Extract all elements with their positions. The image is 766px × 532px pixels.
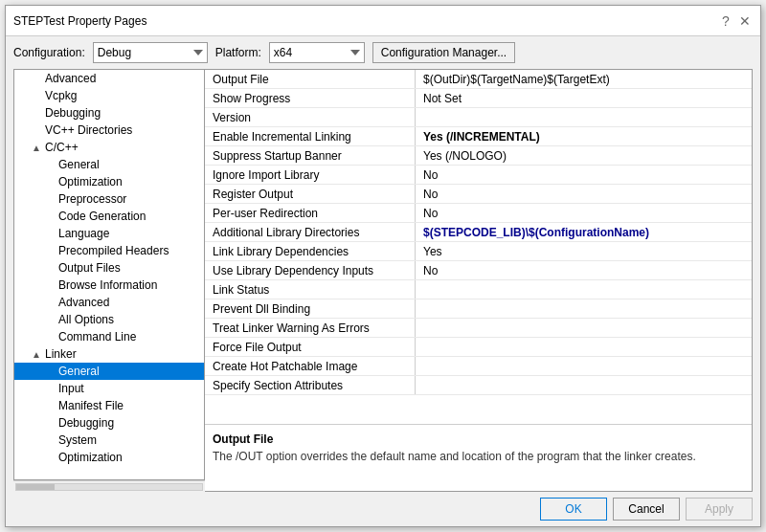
prop-value: Not Set	[416, 89, 752, 107]
config-label: Configuration:	[13, 46, 85, 59]
tree-item-label: Advanced	[58, 296, 109, 309]
tree-item-optimization[interactable]: Optimization	[14, 173, 204, 190]
close-button[interactable]: ✕	[737, 13, 753, 29]
property-pages-dialog: STEPTest Property Pages ? ✕ Configuratio…	[5, 5, 761, 527]
prop-name: Per-user Redirection	[205, 204, 416, 222]
tree-item-browse-info[interactable]: Browse Information	[14, 277, 204, 294]
table-row[interactable]: Specify Section Attributes	[205, 376, 752, 395]
prop-name: Force File Output	[205, 338, 416, 356]
tree-item-label: Manifest File	[58, 399, 124, 412]
prop-name: Treat Linker Warning As Errors	[205, 319, 416, 337]
cancel-button[interactable]: Cancel	[613, 498, 680, 521]
prop-value: Yes (/INCREMENTAL)	[416, 127, 752, 145]
tree-item-linker[interactable]: ▲Linker	[14, 345, 204, 363]
tree-item-advanced[interactable]: Advanced	[14, 70, 204, 87]
table-row[interactable]: Additional Library Directories$(STEPCODE…	[205, 223, 752, 242]
tree-item-label: General	[58, 365, 100, 378]
prop-value: $(STEPCODE_LIB)\$(ConfigurationName)	[416, 223, 752, 241]
tree-item-label: VC++ Directories	[45, 123, 132, 137]
table-row[interactable]: Per-user RedirectionNo	[205, 204, 752, 223]
tree-item-language[interactable]: Language	[14, 225, 204, 242]
title-bar: STEPTest Property Pages ? ✕	[6, 6, 760, 36]
tree-item-general[interactable]: General	[14, 156, 204, 173]
tree-item-code-gen[interactable]: Code Generation	[14, 208, 204, 225]
tree-item-linker-debug[interactable]: Debugging	[14, 414, 204, 432]
config-select[interactable]: Debug	[93, 42, 208, 63]
prop-value	[416, 280, 752, 299]
prop-value	[416, 357, 752, 375]
scroll-track	[15, 483, 203, 491]
platform-select[interactable]: x64	[269, 42, 365, 63]
desc-text: The /OUT option overrides the default na…	[213, 450, 744, 463]
tree-item-label: Code Generation	[58, 210, 146, 223]
tree-item-label: Language	[58, 227, 109, 240]
tree-item-label: General	[58, 158, 100, 171]
prop-name: Create Hot Patchable Image	[205, 357, 416, 375]
table-row[interactable]: Show ProgressNot Set	[205, 89, 752, 108]
ok-button[interactable]: OK	[540, 498, 607, 521]
description-panel: Output File The /OUT option overrides th…	[205, 424, 752, 491]
tree-item-label: Optimization	[58, 175, 123, 188]
table-row[interactable]: Link Library DependenciesYes	[205, 242, 752, 261]
prop-name: Ignore Import Library	[205, 166, 416, 184]
tree-item-label: Precompiled Headers	[58, 244, 169, 257]
tree-item-label: Input	[58, 382, 84, 395]
tree-item-label: Output Files	[58, 261, 121, 275]
table-row[interactable]: Version	[205, 108, 752, 127]
table-row[interactable]: Suppress Startup BannerYes (/NOLOGO)	[205, 146, 752, 166]
table-row[interactable]: Prevent Dll Binding	[205, 299, 752, 319]
config-manager-button[interactable]: Configuration Manager...	[372, 42, 515, 63]
tree-item-vcpp-dirs[interactable]: VC++ Directories	[14, 122, 204, 139]
tree-item-label: Debugging	[45, 106, 101, 120]
title-bar-controls: ? ✕	[718, 13, 753, 29]
scroll-thumb	[16, 484, 55, 490]
tree-item-cpp[interactable]: ▲C/C++	[14, 139, 204, 156]
table-row[interactable]: Register OutputNo	[205, 185, 752, 204]
tree-item-preprocessor[interactable]: Preprocessor	[14, 190, 204, 208]
table-row[interactable]: Create Hot Patchable Image	[205, 357, 752, 376]
horizontal-scrollbar[interactable]	[13, 480, 205, 492]
apply-button[interactable]: Apply	[686, 498, 753, 521]
tree-item-label: Linker	[45, 347, 77, 361]
prop-name: Register Output	[205, 185, 416, 203]
prop-name: Output File	[205, 70, 416, 88]
tree-item-output-files[interactable]: Output Files	[14, 259, 204, 277]
bottom-bar: OK Cancel Apply	[6, 492, 760, 526]
tree-item-system[interactable]: System	[14, 432, 204, 449]
tree-item-all-options[interactable]: All Options	[14, 311, 204, 328]
tree-item-linker-input[interactable]: Input	[14, 380, 204, 397]
tree-item-label: Browse Information	[58, 278, 157, 292]
prop-value	[416, 299, 752, 318]
dialog-title: STEPTest Property Pages	[13, 14, 146, 28]
table-row[interactable]: Link Status	[205, 280, 752, 299]
tree-item-vcpkg[interactable]: Vcpkg	[14, 87, 204, 104]
help-button[interactable]: ?	[718, 13, 733, 29]
prop-name: Prevent Dll Binding	[205, 299, 416, 318]
table-row[interactable]: Enable Incremental LinkingYes (/INCREMEN…	[205, 127, 752, 146]
prop-value	[416, 108, 752, 126]
tree-item-optimization2[interactable]: Optimization	[14, 449, 204, 466]
table-row[interactable]: Ignore Import LibraryNo	[205, 166, 752, 185]
tree-item-label: Advanced	[45, 72, 96, 85]
table-row[interactable]: Force File Output	[205, 338, 752, 357]
tree-item-label: Command Line	[58, 330, 136, 344]
tree-item-label: All Options	[58, 313, 114, 326]
prop-name: Suppress Startup Banner	[205, 146, 416, 165]
tree-item-command-line[interactable]: Command Line	[14, 328, 204, 345]
expand-icon: ▲	[32, 349, 45, 360]
tree-item-debugging[interactable]: Debugging	[14, 104, 204, 122]
tree-item-advanced2[interactable]: Advanced	[14, 294, 204, 311]
tree-item-label: System	[58, 433, 97, 447]
table-row[interactable]: Output File$(OutDir)$(TargetName)$(Targe…	[205, 70, 752, 89]
prop-name: Link Library Dependencies	[205, 242, 416, 260]
tree-item-precompiled-hdrs[interactable]: Precompiled Headers	[14, 242, 204, 259]
prop-value	[416, 338, 752, 356]
table-row[interactable]: Use Library Dependency InputsNo	[205, 261, 752, 280]
table-row[interactable]: Treat Linker Warning As Errors	[205, 319, 752, 338]
prop-value: $(OutDir)$(TargetName)$(TargetExt)	[416, 70, 752, 88]
tree-item-label: Optimization	[58, 451, 123, 464]
tree-item-label: Vcpkg	[45, 89, 77, 102]
tree-item-manifest-file[interactable]: Manifest File	[14, 397, 204, 414]
tree-item-linker-general[interactable]: General	[14, 363, 204, 380]
prop-name: Show Progress	[205, 89, 416, 107]
